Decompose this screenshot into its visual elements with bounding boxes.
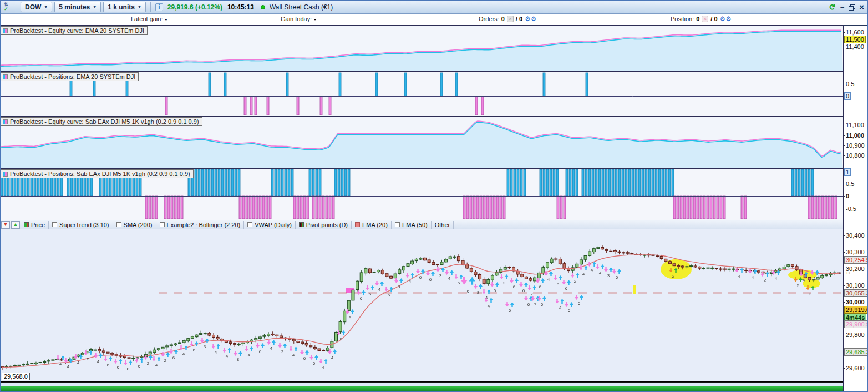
chevron-down-icon: ▼ bbox=[44, 5, 48, 9]
axis-label: 1 bbox=[844, 168, 851, 176]
axis-label: 30,254.5 bbox=[844, 256, 868, 264]
indicator-color-icon bbox=[3, 172, 8, 177]
price-icon bbox=[24, 222, 29, 227]
axis-label: -0.5 bbox=[846, 205, 856, 212]
axis-label: 11,000 bbox=[846, 132, 864, 139]
legend-item-label: VWAP (Daily) bbox=[255, 222, 292, 228]
legend-item-label: Other bbox=[435, 222, 450, 228]
timeframe-selector[interactable]: 5 minutes▼ bbox=[54, 2, 101, 12]
add-indicator-button[interactable]: ▲ bbox=[11, 221, 20, 229]
legend-item-vwap-daily[interactable]: VWAP (Daily) bbox=[244, 221, 296, 229]
axis-label: 29,600 bbox=[846, 365, 865, 371]
close-position-icon[interactable]: × bbox=[702, 16, 708, 22]
legend-item-label: Example2 : Bollinger (2 20) bbox=[167, 222, 241, 228]
axis-label: 0 bbox=[844, 92, 851, 100]
checkbox-icon[interactable] bbox=[52, 222, 57, 227]
price-chart[interactable] bbox=[1, 229, 843, 381]
refresh-icon[interactable]: ↻ bbox=[828, 3, 836, 11]
axis-label: 11,400 bbox=[846, 43, 864, 50]
panel-title-equity-1[interactable]: ProBacktest - Equity curve: EMA 20 SYSTE… bbox=[1, 26, 148, 35]
legend-item-label: Price bbox=[31, 222, 45, 228]
axis-label: 0.5 bbox=[846, 81, 854, 87]
indicator-color-icon bbox=[3, 74, 8, 79]
symbol-selector[interactable]: DOW▼ bbox=[21, 2, 52, 12]
pivot-icon bbox=[299, 222, 304, 227]
checkbox-icon[interactable] bbox=[116, 222, 121, 227]
checkbox-icon[interactable] bbox=[247, 222, 252, 227]
position-summary: Position:0 × / 0 ⚙⚙ bbox=[671, 16, 732, 22]
feed-name: Wall Street Cash (€1) bbox=[270, 3, 333, 11]
axis-label: 30,055.3 bbox=[844, 289, 868, 297]
legend-item-price[interactable]: Price bbox=[21, 221, 49, 229]
axis-label: 0 bbox=[846, 193, 849, 199]
close-button[interactable]: × bbox=[859, 3, 864, 11]
session-low-label: 29,568.0 bbox=[2, 373, 30, 380]
axis-label: 30,300 bbox=[846, 249, 865, 255]
indicator-legend: ▼ ▲ PriceSuperTrend (3 10)SMA (200)Examp… bbox=[1, 220, 843, 229]
quote-time: 10:45:13 bbox=[227, 3, 254, 11]
latent-gain: Latent gain:- bbox=[131, 16, 167, 22]
legend-item-example2-bollinger-2-20[interactable]: Example2 : Bollinger (2 20) bbox=[156, 221, 245, 229]
orders-summary: Orders:0 × / 0 ⚙⚙ bbox=[479, 16, 537, 22]
legend-item-label: EMA (20) bbox=[362, 222, 388, 228]
axis-label: 29,919.6 bbox=[844, 306, 868, 314]
axis-label: 30,100 bbox=[846, 282, 865, 289]
position-settings-icon[interactable]: ⚙⚙ bbox=[720, 16, 732, 22]
legend-item-label: SMA (200) bbox=[124, 222, 153, 228]
axis-label: 29,900.9 bbox=[844, 320, 868, 328]
checkbox-icon[interactable] bbox=[395, 222, 400, 227]
feed-status-icon bbox=[261, 5, 265, 9]
panel-title-equity-2[interactable]: ProBacktest - Equity curve: Sab EAx DJI … bbox=[1, 117, 202, 126]
toolbar: ⇅✓ DOW▼ 5 minutes▼ 1 k units▼ i 29,919.6… bbox=[1, 1, 868, 14]
legend-item-sma-200[interactable]: SMA (200) bbox=[113, 221, 156, 229]
status-row: Latent gain:- Gain today:- Orders:0 × / … bbox=[1, 14, 868, 26]
price-axis[interactable]: 11,60011,50011,4000.5011,10011,00010,900… bbox=[843, 26, 868, 392]
checkbox-icon[interactable] bbox=[160, 222, 165, 227]
axis-label: 29,800 bbox=[846, 331, 865, 338]
panel-title-positions-1[interactable]: ProBacktest - Positions: EMA 20 SYSTEm D… bbox=[1, 72, 139, 81]
orders-settings-icon[interactable]: ⚙⚙ bbox=[525, 16, 537, 22]
ema20-icon bbox=[355, 222, 360, 227]
axis-label: 11,500 bbox=[844, 36, 866, 43]
axis-label: 10,900 bbox=[846, 142, 865, 149]
units-selector[interactable]: 1 k units▼ bbox=[103, 2, 146, 12]
instrument-list-icon[interactable]: ⇅✓ bbox=[3, 2, 11, 12]
timeline-scrollbar[interactable] bbox=[1, 386, 843, 392]
axis-label: 30,000 bbox=[846, 299, 865, 305]
axis-label: 11,100 bbox=[846, 122, 864, 128]
legend-item-label: Pivot points (D) bbox=[306, 222, 348, 228]
chevron-down-icon: ▼ bbox=[138, 5, 141, 9]
last-price: 29,919.6 (+0.12%) bbox=[167, 3, 222, 11]
minimize-button[interactable]: – bbox=[840, 3, 844, 11]
legend-item-pivot-points-d[interactable]: Pivot points (D) bbox=[296, 221, 352, 229]
axis-label: 0.5 bbox=[846, 180, 854, 187]
divider bbox=[150, 2, 151, 12]
gain-today: Gain today:- bbox=[281, 16, 316, 22]
legend-item-other[interactable]: Other bbox=[432, 221, 454, 229]
axis-label: 10,800 bbox=[846, 152, 865, 159]
chevron-down-icon: ▼ bbox=[93, 5, 97, 9]
order-marker: +▫ bbox=[846, 270, 850, 275]
axis-label: 29,685.3 bbox=[844, 348, 868, 356]
axis-label: 11,600 bbox=[846, 29, 864, 36]
divider bbox=[16, 2, 16, 12]
indicator-color-icon bbox=[3, 119, 8, 124]
panel-title-positions-2[interactable]: ProBacktest - Positions: Sab EAx DJI M5 … bbox=[1, 169, 194, 178]
legend-item-ema-50[interactable]: EMA (50) bbox=[392, 221, 432, 229]
time-axis-strip bbox=[1, 382, 843, 386]
legend-item-label: EMA (50) bbox=[402, 222, 428, 228]
remove-indicator-button[interactable]: ▼ bbox=[1, 221, 10, 229]
legend-item-supertrend-3-10[interactable]: SuperTrend (3 10) bbox=[49, 221, 113, 229]
indicator-color-icon bbox=[3, 28, 8, 33]
info-icon[interactable]: i bbox=[155, 3, 163, 11]
restore-button[interactable] bbox=[849, 4, 855, 10]
legend-item-label: SuperTrend (3 10) bbox=[59, 222, 109, 228]
trading-platform-window: ⇅✓ DOW▼ 5 minutes▼ 1 k units▼ i 29,919.6… bbox=[0, 0, 868, 392]
axis-label: 30,400 bbox=[846, 232, 865, 239]
cancel-orders-icon[interactable]: × bbox=[507, 16, 514, 22]
legend-item-ema-20[interactable]: EMA (20) bbox=[352, 221, 392, 229]
